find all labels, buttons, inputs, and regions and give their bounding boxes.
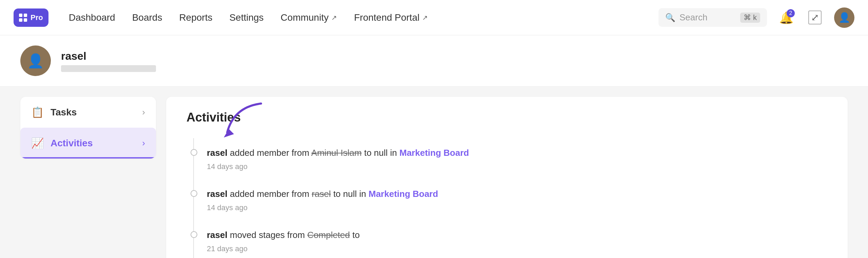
profile-subtitle-placeholder [61,65,156,72]
activity-dot [191,190,197,197]
sidebar-item-tasks[interactable]: 📋 Tasks › [20,97,156,128]
external-link-icon-2: ↗ [422,14,428,22]
search-icon: 🔍 [665,13,675,22]
profile-avatar-image: 👤 [27,53,44,69]
logo-icon [19,14,27,22]
activity-time: 14 days ago [207,162,827,171]
activity-time: 21 days ago [207,244,827,253]
activities-chevron-icon: › [142,138,145,148]
logo[interactable]: Pro [14,8,48,27]
activity-user: rasel [207,189,228,199]
external-link-icon: ↗ [331,14,337,22]
activity-text: rasel added member from rasel to null in… [207,187,827,201]
tasks-chevron-icon: › [142,107,145,117]
activity-text: rasel added member from Aminul Islam to … [207,146,827,160]
activity-list: rasel added member from Aminul Islam to … [186,138,827,258]
nav-settings[interactable]: Settings [229,12,263,23]
activity-item: rasel moved stages from Completed to 21 … [207,220,827,258]
activity-text: rasel moved stages from Completed to [207,228,827,242]
sidebar-card: 📋 Tasks › 📈 Activities › [20,97,156,159]
nav-boards[interactable]: Boards [132,12,162,23]
nav-frontend-portal[interactable]: Frontend Portal ↗ [354,12,428,23]
nav-right: 🔍 Search ⌘ k 🔔 2 ⤢ 👤 [658,7,854,28]
main-panel: Activities rasel added member from Aminu… [166,97,848,258]
activity-from-value: Completed [307,230,350,240]
activity-user: rasel [207,148,228,158]
avatar-image: 👤 [839,12,850,23]
activity-user: rasel [207,230,228,240]
body-area: 📋 Tasks › 📈 Activities › Activ [0,87,868,258]
nav-community[interactable]: Community ↗ [281,12,337,23]
notifications-button[interactable]: 🔔 2 [777,8,795,27]
search-keyboard-shortcut: ⌘ k [740,13,760,23]
activity-dot [191,231,197,238]
topnav: Pro Dashboard Boards Reports Settings Co… [0,0,868,35]
nav-reports[interactable]: Reports [179,12,212,23]
activity-board-link[interactable]: Marketing Board [369,189,438,199]
tasks-icon: 📋 [31,106,44,118]
left-sidebar: 📋 Tasks › 📈 Activities › [20,97,156,258]
search-box[interactable]: 🔍 Search ⌘ k [658,8,767,27]
activity-time: 14 days ago [207,203,827,212]
activity-item: rasel added member from Aminul Islam to … [207,138,827,179]
nav-dashboard[interactable]: Dashboard [69,12,115,23]
expand-icon: ⤢ [808,11,822,24]
nav-links: Dashboard Boards Reports Settings Commun… [69,12,638,23]
expand-button[interactable]: ⤢ [806,8,824,27]
profile-info: rasel [61,50,156,72]
sidebar-item-activities[interactable]: 📈 Activities › [20,128,156,159]
arrow-annotation [207,100,275,143]
profile-avatar: 👤 [20,45,51,76]
user-avatar[interactable]: 👤 [834,7,854,28]
activities-label: Activities [51,138,135,149]
logo-pro-label: Pro [31,13,43,22]
activity-board-link[interactable]: Marketing Board [399,148,469,158]
notification-badge: 2 [787,9,795,17]
activity-from-value: Aminul Islam [311,148,362,158]
activity-item: rasel added member from rasel to null in… [207,179,827,220]
main-content: 👤 rasel 📋 Tasks › 📈 Activities › [0,35,868,258]
activity-dot [191,149,197,156]
profile-name: rasel [61,50,156,62]
activity-from-value: rasel [312,189,331,199]
search-placeholder: Search [679,12,707,23]
svg-marker-0 [224,129,234,137]
activities-title: Activities [186,110,827,125]
profile-header: 👤 rasel [0,35,868,87]
activities-icon: 📈 [31,137,44,149]
tasks-label: Tasks [51,107,135,118]
